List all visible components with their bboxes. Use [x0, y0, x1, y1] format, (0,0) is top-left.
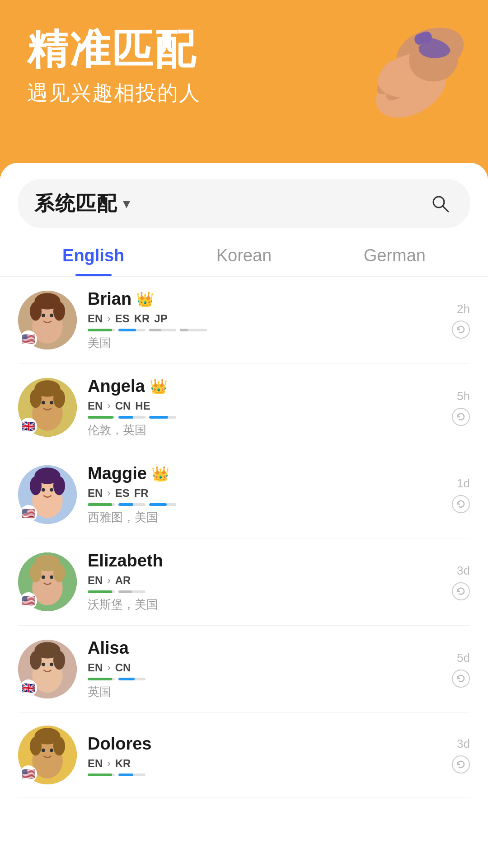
- lang-tags: EN›ESFR: [88, 487, 441, 500]
- svg-point-44: [30, 651, 42, 670]
- bar-track: [149, 329, 176, 331]
- bar-track: [88, 774, 115, 776]
- lang-to: JP: [154, 312, 167, 325]
- header-section: 精准匹配 遇见兴趣相投的人: [0, 0, 488, 154]
- svg-point-21: [53, 389, 65, 408]
- flag-badge: 🇬🇧: [20, 418, 37, 435]
- search-bar-title: 系统匹配: [34, 190, 117, 217]
- svg-point-14: [42, 314, 45, 317]
- search-button[interactable]: [427, 190, 454, 217]
- avatar: 🇺🇸: [18, 726, 77, 784]
- time-label: 1d: [457, 476, 470, 491]
- tab-korean[interactable]: Korean: [169, 232, 319, 276]
- lang-to: CN: [115, 661, 131, 674]
- list-item[interactable]: 🇺🇸Brian👑EN›ESKRJP美国2h: [18, 277, 470, 364]
- refresh-button[interactable]: [452, 321, 470, 339]
- refresh-button[interactable]: [452, 582, 470, 600]
- bar-fill: [88, 329, 112, 331]
- lang-from: EN: [88, 574, 103, 587]
- svg-point-31: [50, 488, 53, 492]
- svg-point-30: [42, 488, 45, 492]
- refresh-button[interactable]: [452, 495, 470, 513]
- user-info: Brian👑EN›ESKRJP美国: [88, 289, 441, 351]
- svg-point-13: [53, 302, 65, 321]
- tab-german[interactable]: German: [319, 232, 470, 276]
- list-item[interactable]: 🇺🇸ElizabethEN›AR沃斯堡，美国3d: [18, 538, 470, 626]
- user-name-row: Alisa: [88, 638, 441, 658]
- user-meta: 3d: [452, 564, 470, 600]
- refresh-button[interactable]: [452, 670, 470, 688]
- lang-to: KR: [134, 312, 150, 325]
- search-bar[interactable]: 系统匹配 ▾: [18, 179, 470, 228]
- flag-badge: 🇺🇸: [20, 505, 37, 522]
- list-item[interactable]: 🇬🇧Angela👑EN›CNHE伦敦，英国5h: [18, 364, 470, 451]
- flag-badge: 🇬🇧: [20, 679, 37, 697]
- bar-fill: [118, 329, 136, 331]
- user-info: Angela👑EN›CNHE伦敦，英国: [88, 377, 441, 438]
- time-label: 5h: [457, 389, 470, 403]
- svg-point-29: [53, 476, 65, 495]
- tab-english[interactable]: English: [18, 232, 169, 276]
- bar-fill: [88, 590, 112, 593]
- bar-fill: [118, 416, 133, 419]
- lang-to: FR: [134, 487, 149, 500]
- svg-point-22: [42, 401, 45, 405]
- lang-arrow: ›: [107, 487, 110, 499]
- svg-line-7: [443, 206, 448, 212]
- bar-track: [149, 503, 176, 506]
- crown-icon: 👑: [150, 378, 168, 395]
- svg-point-47: [50, 663, 53, 666]
- user-meta: 2h: [452, 302, 470, 339]
- bar-track: [118, 329, 145, 331]
- chevron-down-icon: ▾: [123, 195, 130, 212]
- bar-track: [88, 503, 115, 506]
- user-name-row: Maggie👑: [88, 464, 441, 483]
- bar-track: [118, 590, 145, 593]
- svg-point-20: [30, 389, 42, 408]
- crown-icon: 👑: [136, 291, 154, 308]
- list-item[interactable]: 🇺🇸DoloresEN›KR3d: [18, 713, 470, 797]
- time-label: 5d: [457, 651, 470, 665]
- refresh-button[interactable]: [452, 755, 470, 774]
- svg-point-45: [53, 651, 65, 670]
- bar-fill: [88, 774, 112, 776]
- avatar: 🇺🇸: [18, 291, 77, 349]
- svg-point-37: [53, 564, 65, 583]
- lang-arrow: ›: [107, 575, 110, 586]
- lang-to: HE: [135, 400, 150, 412]
- user-meta: 5h: [452, 389, 470, 426]
- bar-fill: [88, 416, 113, 419]
- user-meta: 3d: [452, 737, 470, 774]
- lang-tags: EN›AR: [88, 574, 441, 587]
- list-item[interactable]: 🇬🇧AlisaEN›CN英国5d: [18, 626, 470, 713]
- time-label: 3d: [457, 564, 470, 578]
- bar-track: [88, 416, 115, 419]
- lang-from: EN: [88, 757, 103, 770]
- svg-point-46: [42, 663, 45, 666]
- user-name-row: Elizabeth: [88, 551, 441, 571]
- bar-track: [118, 503, 145, 506]
- lang-arrow: ›: [107, 313, 110, 325]
- bar-fill: [118, 503, 133, 506]
- user-name: Dolores: [88, 734, 151, 754]
- list-item[interactable]: 🇺🇸Maggie👑EN›ESFR西雅图，美国1d: [18, 451, 470, 538]
- user-info: Maggie👑EN›ESFR西雅图，美国: [88, 464, 441, 525]
- bar-fill: [118, 774, 133, 776]
- avatar: 🇬🇧: [18, 640, 77, 698]
- refresh-button[interactable]: [452, 408, 470, 426]
- bar-fill: [149, 329, 161, 331]
- lang-to: ES: [115, 312, 130, 325]
- flag-badge: 🇺🇸: [20, 765, 37, 783]
- flag-badge: 🇺🇸: [20, 330, 37, 348]
- user-name-row: Angela👑: [88, 377, 441, 396]
- svg-point-38: [42, 576, 45, 579]
- user-location: 英国: [88, 684, 441, 700]
- avatar: 🇺🇸: [18, 465, 77, 524]
- svg-point-52: [30, 737, 42, 756]
- language-tabs-wrapper: English Korean German: [0, 232, 488, 277]
- bar-track: [88, 678, 115, 680]
- handshake-illustration: [348, 14, 474, 140]
- user-location: 沃斯堡，美国: [88, 597, 441, 613]
- user-name: Brian: [88, 289, 131, 309]
- svg-point-12: [30, 302, 42, 321]
